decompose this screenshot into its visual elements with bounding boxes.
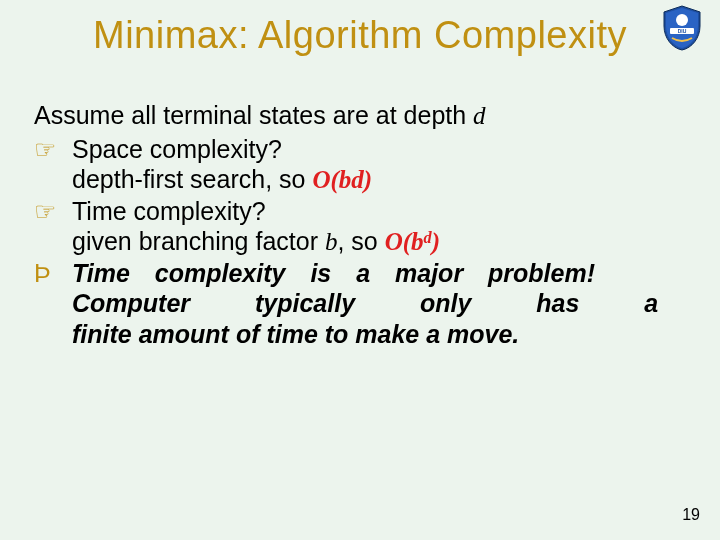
- intro-text: Assume all terminal states are at depth: [34, 101, 473, 129]
- svg-point-0: [676, 14, 688, 26]
- point1-bigO: O(bd): [312, 166, 372, 193]
- logo-text: DIU: [678, 28, 687, 34]
- hand-icon: ☞: [34, 196, 72, 227]
- point1-answer: depth-first search, so O(bd): [72, 164, 690, 196]
- point2-bigO: O(bd): [385, 228, 440, 255]
- point1-question: Space complexity?: [72, 134, 690, 165]
- bullet-row-3: Þ Time complexity is a major problem! Co…: [34, 258, 690, 350]
- bullet-spacer: [34, 226, 72, 258]
- intro-var-d: d: [473, 102, 486, 129]
- point2-question: Time complexity?: [72, 196, 690, 227]
- point2-var-b: b: [325, 228, 338, 255]
- slide-title: Minimax: Algorithm Complexity: [0, 14, 720, 57]
- conclusion-line1: Time complexity is a major problem!: [72, 258, 690, 289]
- thorn-icon: Þ: [34, 258, 72, 350]
- bigO-sup: d: [424, 229, 432, 247]
- logo-badge: DIU: [658, 4, 706, 52]
- bullet-row-1-answer: depth-first search, so O(bd): [34, 164, 690, 196]
- slide: Minimax: Algorithm Complexity DIU Assume…: [0, 0, 720, 540]
- page-number: 19: [682, 506, 700, 524]
- slide-body: Assume all terminal states are at depth …: [34, 100, 690, 349]
- conclusion-line3: finite amount of time to make a move.: [72, 319, 690, 350]
- bullet-row-2: ☞ Time complexity?: [34, 196, 690, 227]
- point2-answer-mid: , so: [337, 227, 384, 255]
- hand-icon: ☞: [34, 134, 72, 165]
- shield-icon: DIU: [658, 4, 706, 52]
- point2-answer: given branching factor b, so O(bd): [72, 226, 690, 258]
- intro-line: Assume all terminal states are at depth …: [34, 100, 690, 132]
- point2-answer-prefix: given branching factor: [72, 227, 325, 255]
- bigO-close: ): [432, 228, 440, 255]
- conclusion-text: Time complexity is a major problem! Comp…: [72, 258, 690, 350]
- point1-answer-prefix: depth-first search, so: [72, 165, 312, 193]
- bullet-row-1: ☞ Space complexity?: [34, 134, 690, 165]
- bigO-base: O(b: [385, 228, 424, 255]
- bullet-row-2-answer: given branching factor b, so O(bd): [34, 226, 690, 258]
- bullet-spacer: [34, 164, 72, 196]
- conclusion-line2: Computer typically only has a: [72, 288, 690, 319]
